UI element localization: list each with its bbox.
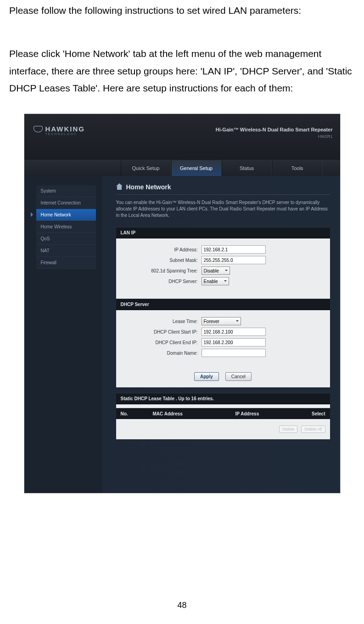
dhcp-form: Lease Time: Forever DHCP Client Start IP…	[116, 310, 330, 366]
delete-button[interactable]: Delete	[279, 425, 297, 433]
dhcp-start-input[interactable]	[202, 328, 266, 336]
ip-address-input[interactable]	[202, 245, 266, 254]
domain-name-input[interactable]	[202, 349, 266, 357]
sidebar: System Internet Connection Home Network …	[24, 176, 102, 493]
brand-subtitle: TECHNOLOGY	[45, 132, 77, 136]
col-no: No.	[121, 411, 153, 416]
delete-all-button[interactable]: Delete All	[301, 425, 325, 433]
subnet-mask-label: Subnet Mask:	[123, 258, 202, 263]
spanning-tree-label: 802.1d Spanning Tree:	[123, 268, 202, 273]
brand-name: HAWKING	[45, 125, 85, 133]
col-ip: IP Address	[235, 411, 298, 416]
lease-time-label: Lease Time:	[123, 319, 202, 324]
cancel-button[interactable]: Cancel	[225, 372, 252, 381]
apply-button[interactable]: Apply	[194, 372, 219, 381]
col-mac: MAC Address	[153, 411, 235, 416]
col-select: Select	[298, 411, 325, 416]
content-panel: Home Network You can enable the Hi-Gain™…	[102, 176, 340, 493]
lan-ip-form: IP Address: Subnet Mask: 802.1d Spanning…	[116, 238, 330, 294]
sidebar-item-system[interactable]: System	[36, 185, 96, 197]
dhcp-server-label: DHCP Server:	[123, 279, 202, 284]
spanning-tree-select[interactable]: Disable	[202, 267, 230, 275]
sidebar-item-home-network[interactable]: Home Network	[36, 209, 96, 221]
sidebar-item-nat[interactable]: NAT	[36, 245, 96, 257]
brand-logo: HAWKING	[34, 125, 85, 133]
subnet-mask-input[interactable]	[202, 256, 266, 264]
content-title: Home Network	[126, 183, 171, 191]
tab-tools[interactable]: Tools	[272, 160, 323, 176]
content-title-row: Home Network	[116, 183, 330, 195]
tab-quick-setup[interactable]: Quick Setup	[121, 160, 171, 176]
dhcp-server-select[interactable]: Enable	[202, 277, 229, 285]
ip-address-label: IP Address:	[123, 247, 202, 252]
screenshot-header: HAWKING TECHNOLOGY Hi-Gain™ Wireless-N D…	[24, 114, 340, 160]
sidebar-item-qos[interactable]: QoS	[36, 233, 96, 245]
dhcp-end-label: DHCP Client End IP:	[123, 340, 202, 345]
static-table-header: No. MAC Address IP Address Select	[116, 408, 330, 419]
tab-status[interactable]: Status	[222, 160, 272, 176]
sidebar-item-internet[interactable]: Internet Connection	[36, 197, 96, 209]
doc-intro-1: Please follow the following instructions…	[0, 2, 364, 19]
sidebar-item-home-wireless[interactable]: Home Wireless	[36, 221, 96, 233]
lease-time-select[interactable]: Forever	[202, 317, 241, 325]
home-icon	[116, 184, 123, 190]
dhcp-start-label: DHCP Client Start IP:	[123, 329, 202, 335]
section-static-dhcp-header: Static DHCP Lease Table . Up to 16 entri…	[116, 393, 330, 404]
section-dhcp-header: DHCP Server	[116, 299, 330, 310]
domain-name-label: Domain Name:	[123, 351, 202, 356]
content-description: You can enable the Hi-Gain™ Wireless-N D…	[116, 199, 330, 219]
apply-cancel-row: Apply Cancel	[116, 366, 330, 387]
sidebar-item-firewall[interactable]: Firewall	[36, 257, 96, 269]
product-title: Hi-Gain™ Wireless-N Dual Radio Smart Rep…	[216, 127, 333, 132]
product-model: HW2R1	[318, 134, 333, 139]
screenshot-body: System Internet Connection Home Network …	[24, 176, 340, 493]
top-nav: Quick Setup General Setup Status Tools	[24, 160, 340, 176]
section-lan-ip-header: LAN IP	[116, 227, 330, 238]
tab-general-setup[interactable]: General Setup	[171, 160, 222, 176]
dhcp-end-input[interactable]	[202, 338, 266, 346]
table-actions: Delete Delete All	[116, 421, 330, 439]
page-number: 48	[0, 601, 364, 610]
hawk-icon	[34, 126, 43, 132]
doc-intro-2: Please click 'Home Network' tab at the l…	[0, 45, 364, 97]
router-screenshot: HAWKING TECHNOLOGY Hi-Gain™ Wireless-N D…	[24, 113, 341, 494]
